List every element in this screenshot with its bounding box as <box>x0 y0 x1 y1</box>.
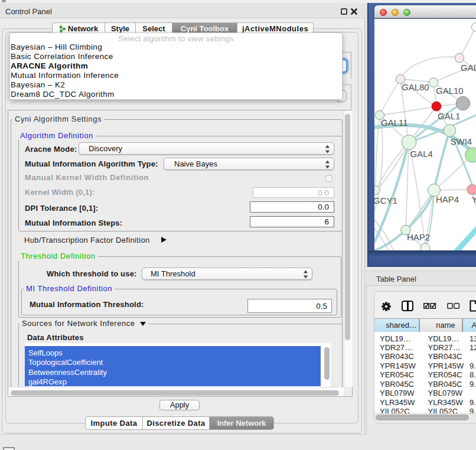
svg-text:GCY1: GCY1 <box>374 195 397 206</box>
svg-text:HAP2: HAP2 <box>407 232 430 242</box>
svg-text:GAL10: GAL10 <box>436 86 464 96</box>
svg-text:SWI4: SWI4 <box>451 136 472 146</box>
svg-text:Y: Y <box>472 194 476 204</box>
svg-text:GAL80: GAL80 <box>402 82 429 92</box>
svg-text:GAL: GAL <box>461 63 476 73</box>
svg-text:GAL1: GAL1 <box>438 111 460 121</box>
svg-text:GAL4: GAL4 <box>410 149 433 159</box>
svg-text:HAP4: HAP4 <box>436 194 459 204</box>
svg-text:GAL11: GAL11 <box>381 118 408 128</box>
